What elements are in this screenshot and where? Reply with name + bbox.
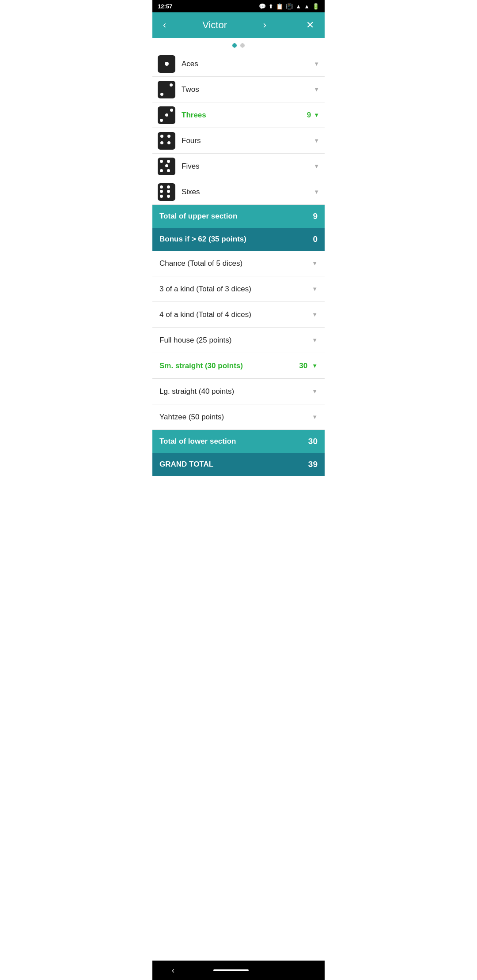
grand-total-label: GRAND TOTAL (159, 460, 213, 469)
threes-dropdown[interactable]: ▼ (314, 112, 319, 118)
upper-total-label: Total of upper section (159, 212, 237, 221)
sixes-label: Sixes (182, 188, 314, 196)
threes-score: 9 (307, 111, 311, 120)
fours-dropdown[interactable]: ▼ (314, 137, 319, 144)
four-kind-label: 4 of a kind (Total of 4 dices) (159, 310, 312, 319)
bonus-value: 0 (313, 234, 318, 244)
upper-total-value: 9 (313, 211, 318, 221)
list-item[interactable]: Lg. straight (40 points) ▼ (152, 379, 325, 404)
fives-label: Fives (182, 162, 314, 171)
page-indicators (152, 38, 325, 51)
grand-total-row: GRAND TOTAL 39 (152, 453, 325, 476)
full-house-label: Full house (25 points) (159, 336, 312, 345)
list-item[interactable]: Twos ▼ (152, 77, 325, 102)
three-kind-dropdown[interactable]: ▼ (312, 286, 318, 292)
list-item[interactable]: Threes 9 ▼ (152, 102, 325, 128)
list-item[interactable]: Sm. straight (30 points) 30 ▼ (152, 353, 325, 379)
signal-icon: ▲ (304, 3, 310, 10)
upload-icon: ⬆ (269, 3, 273, 10)
lg-straight-dropdown[interactable]: ▼ (312, 388, 318, 395)
aces-dropdown[interactable]: ▼ (314, 60, 319, 67)
prev-button[interactable]: ‹ (159, 18, 170, 33)
chance-label: Chance (Total of 5 dices) (159, 259, 312, 268)
yahtzee-label: Yahtzee (50 points) (159, 413, 312, 422)
list-item[interactable]: Fours ▼ (152, 128, 325, 154)
bonus-row: Bonus if > 62 (35 points) 0 (152, 228, 325, 251)
list-item[interactable]: Yahtzee (50 points) ▼ (152, 404, 325, 430)
save-icon: 📋 (276, 3, 283, 10)
four-kind-dropdown[interactable]: ▼ (312, 311, 318, 318)
list-item[interactable]: Aces ▼ (152, 51, 325, 77)
grand-total-value: 39 (308, 460, 318, 469)
sm-straight-score: 30 (299, 362, 307, 370)
whatsapp-icon: 💬 (259, 3, 266, 10)
page-dot-2 (240, 43, 245, 48)
list-item[interactable]: Full house (25 points) ▼ (152, 328, 325, 353)
close-button[interactable]: ✕ (303, 18, 318, 33)
next-button[interactable]: › (260, 18, 270, 33)
list-item[interactable]: Sixes ▼ (152, 179, 325, 205)
threes-label: Threes (182, 111, 307, 120)
lg-straight-label: Lg. straight (40 points) (159, 387, 312, 396)
lower-total-label: Total of lower section (159, 437, 236, 446)
dice-4-icon (158, 132, 175, 150)
dice-1-icon (158, 55, 175, 73)
list-item[interactable]: Chance (Total of 5 dices) ▼ (152, 251, 325, 276)
page-dot-1 (232, 43, 237, 48)
list-item[interactable]: 3 of a kind (Total of 3 dices) ▼ (152, 276, 325, 302)
status-time: 12:57 (158, 3, 172, 10)
sm-straight-dropdown[interactable]: ▼ (312, 362, 318, 369)
list-item[interactable]: 4 of a kind (Total of 4 dices) ▼ (152, 302, 325, 328)
three-kind-label: 3 of a kind (Total of 3 dices) (159, 285, 312, 294)
battery-icon: 🔋 (312, 3, 319, 10)
vibrate-icon: 📳 (286, 3, 293, 10)
header: ‹ Victor › ✕ (152, 12, 325, 38)
yahtzee-dropdown[interactable]: ▼ (312, 414, 318, 420)
dice-6-icon (158, 183, 175, 201)
dice-5-icon (158, 158, 175, 175)
chance-dropdown[interactable]: ▼ (312, 260, 318, 267)
lower-total-row: Total of lower section 30 (152, 430, 325, 453)
sixes-dropdown[interactable]: ▼ (314, 188, 319, 195)
twos-label: Twos (182, 85, 314, 94)
status-bar: 12:57 💬 ⬆ 📋 📳 ▲ ▲ 🔋 (152, 0, 325, 12)
sm-straight-label: Sm. straight (30 points) (159, 362, 299, 370)
dice-2-icon (158, 81, 175, 98)
player-name: Victor (202, 19, 227, 31)
fours-label: Fours (182, 136, 314, 145)
lower-total-value: 30 (308, 437, 318, 446)
full-house-dropdown[interactable]: ▼ (312, 337, 318, 343)
upper-total-row: Total of upper section 9 (152, 205, 325, 228)
wifi-icon: ▲ (295, 3, 301, 10)
bonus-label: Bonus if > 62 (35 points) (159, 235, 246, 244)
status-icons: 💬 ⬆ 📋 📳 ▲ ▲ 🔋 (259, 3, 319, 10)
dice-3-icon (158, 106, 175, 124)
fives-dropdown[interactable]: ▼ (314, 163, 319, 170)
list-item[interactable]: Fives ▼ (152, 154, 325, 179)
twos-dropdown[interactable]: ▼ (314, 86, 319, 93)
aces-label: Aces (182, 60, 314, 68)
